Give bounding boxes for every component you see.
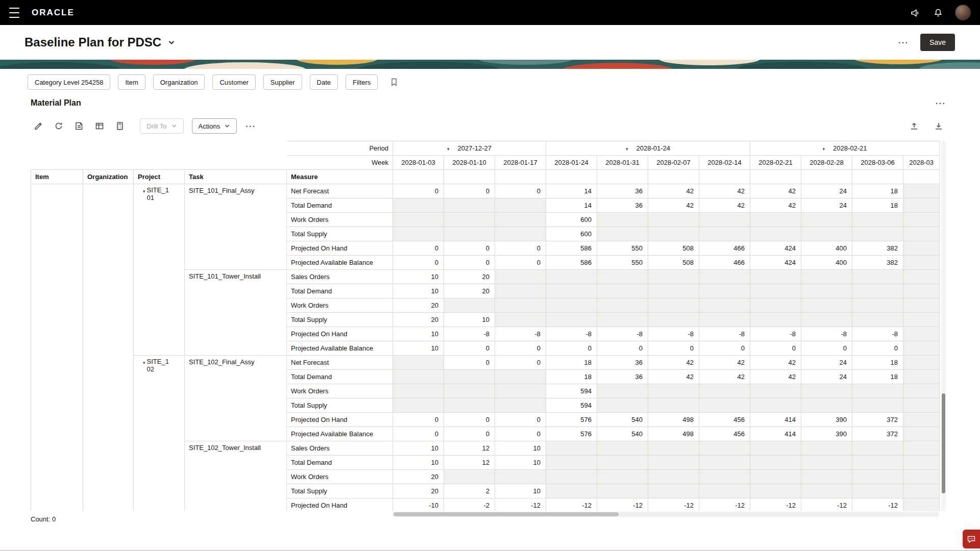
value-cell[interactable]: [648, 456, 699, 470]
value-cell[interactable]: [750, 456, 801, 470]
value-cell[interactable]: 10: [393, 456, 444, 470]
value-cell[interactable]: [903, 413, 940, 427]
bookmark-icon[interactable]: [389, 78, 399, 87]
filter-chip[interactable]: Item: [118, 74, 145, 90]
value-cell[interactable]: 14: [546, 198, 597, 213]
value-cell[interactable]: 0: [444, 241, 495, 256]
value-cell[interactable]: 0: [444, 184, 495, 198]
value-cell[interactable]: [903, 198, 940, 213]
value-cell[interactable]: [750, 484, 801, 498]
value-cell[interactable]: [699, 298, 750, 313]
value-cell[interactable]: 414: [750, 427, 801, 441]
value-cell[interactable]: 20: [393, 313, 444, 327]
value-cell[interactable]: 0: [495, 241, 546, 256]
value-cell[interactable]: [393, 370, 444, 384]
value-cell[interactable]: [699, 270, 750, 284]
value-cell[interactable]: [903, 427, 940, 441]
value-cell[interactable]: [597, 398, 648, 413]
toolbar-more-icon[interactable]: ⋯: [245, 121, 255, 131]
value-cell[interactable]: [597, 456, 648, 470]
value-cell[interactable]: -12: [699, 498, 750, 512]
value-cell[interactable]: 0: [546, 341, 597, 356]
value-cell[interactable]: 0: [393, 184, 444, 198]
value-cell[interactable]: [546, 270, 597, 284]
value-cell[interactable]: 36: [597, 184, 648, 198]
value-cell[interactable]: -12: [801, 498, 852, 512]
value-cell[interactable]: 550: [597, 241, 648, 256]
manage-tables-icon[interactable]: [92, 118, 107, 134]
value-cell[interactable]: 600: [546, 213, 597, 227]
value-cell[interactable]: [393, 384, 444, 398]
value-cell[interactable]: [546, 441, 597, 456]
value-cell[interactable]: 0: [495, 413, 546, 427]
filter-chip[interactable]: Supplier: [263, 74, 302, 90]
value-cell[interactable]: [852, 270, 903, 284]
value-cell[interactable]: [495, 313, 546, 327]
value-cell[interactable]: [495, 198, 546, 213]
value-cell[interactable]: -8: [750, 327, 801, 341]
value-cell[interactable]: 42: [699, 356, 750, 370]
value-cell[interactable]: 18: [546, 370, 597, 384]
value-cell[interactable]: [546, 298, 597, 313]
value-cell[interactable]: 36: [597, 370, 648, 384]
value-cell[interactable]: 18: [852, 356, 903, 370]
value-cell[interactable]: [495, 370, 546, 384]
value-cell[interactable]: -12: [750, 498, 801, 512]
value-cell[interactable]: [801, 298, 852, 313]
value-cell[interactable]: 10: [495, 484, 546, 498]
value-cell[interactable]: [750, 213, 801, 227]
value-cell[interactable]: 586: [546, 241, 597, 256]
value-cell[interactable]: 10: [393, 284, 444, 298]
value-cell[interactable]: [750, 270, 801, 284]
value-cell[interactable]: 576: [546, 427, 597, 441]
value-cell[interactable]: [750, 227, 801, 241]
value-cell[interactable]: [648, 270, 699, 284]
value-cell[interactable]: -8: [495, 327, 546, 341]
value-cell[interactable]: [393, 356, 444, 370]
value-cell[interactable]: [801, 398, 852, 413]
value-cell[interactable]: 42: [648, 198, 699, 213]
value-cell[interactable]: [750, 398, 801, 413]
value-cell[interactable]: [393, 213, 444, 227]
value-cell[interactable]: -10: [393, 498, 444, 512]
value-cell[interactable]: 20: [393, 484, 444, 498]
value-cell[interactable]: -12: [648, 498, 699, 512]
value-cell[interactable]: 0: [495, 341, 546, 356]
save-button[interactable]: Save: [920, 34, 955, 51]
value-cell[interactable]: [903, 498, 940, 512]
value-cell[interactable]: [699, 284, 750, 298]
value-cell[interactable]: 508: [648, 241, 699, 256]
value-cell[interactable]: [393, 398, 444, 413]
filter-chip[interactable]: Filters: [346, 74, 378, 90]
value-cell[interactable]: [699, 227, 750, 241]
value-cell[interactable]: 36: [597, 356, 648, 370]
value-cell[interactable]: 586: [546, 256, 597, 270]
period-dropdown-icon[interactable]: ▾: [626, 146, 628, 152]
announcements-icon[interactable]: [908, 6, 921, 19]
value-cell[interactable]: [903, 284, 940, 298]
filter-chip[interactable]: Category Level 254258: [28, 74, 110, 90]
value-cell[interactable]: 372: [852, 413, 903, 427]
value-cell[interactable]: [801, 313, 852, 327]
value-cell[interactable]: 400: [801, 256, 852, 270]
value-cell[interactable]: 18: [852, 198, 903, 213]
actions-button[interactable]: Actions: [192, 118, 237, 134]
value-cell[interactable]: [648, 470, 699, 484]
value-cell[interactable]: [852, 227, 903, 241]
value-cell[interactable]: 0: [444, 427, 495, 441]
value-cell[interactable]: 0: [444, 341, 495, 356]
value-cell[interactable]: [903, 398, 940, 413]
value-cell[interactable]: 42: [699, 184, 750, 198]
value-cell[interactable]: 414: [750, 413, 801, 427]
value-cell[interactable]: [903, 298, 940, 313]
value-cell[interactable]: 0: [393, 256, 444, 270]
edit-pencil-icon[interactable]: [31, 118, 46, 134]
value-cell[interactable]: [699, 213, 750, 227]
value-cell[interactable]: [495, 284, 546, 298]
value-cell[interactable]: -8: [546, 327, 597, 341]
value-cell[interactable]: [852, 298, 903, 313]
value-cell[interactable]: 0: [444, 356, 495, 370]
value-cell[interactable]: [444, 198, 495, 213]
filter-chip[interactable]: Customer: [212, 74, 255, 90]
value-cell[interactable]: [852, 470, 903, 484]
